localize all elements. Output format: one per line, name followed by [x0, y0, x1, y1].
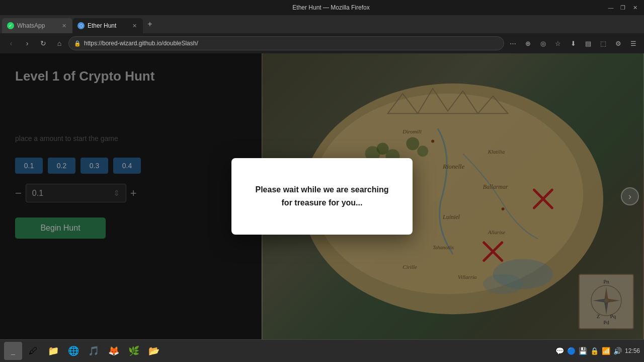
- whatsapp-tab-icon: ✓: [7, 22, 14, 29]
- page-content: Level 1 of Crypto Hunt place a amount to…: [0, 53, 644, 339]
- titlebar: Ether Hunt — Mozilla Firefox — ❐ ✕: [0, 0, 644, 15]
- loading-modal: Please wait while we are searching for t…: [231, 158, 413, 234]
- tab-whatsapp-close[interactable]: ✕: [60, 22, 67, 29]
- download-button[interactable]: ⬇: [567, 37, 580, 50]
- tab-whatsapp[interactable]: ✓ WhatsApp ✕: [2, 18, 72, 33]
- modal-line1: Please wait while we are searching: [255, 185, 388, 194]
- tabbar: ✓ WhatsApp ✕ ⬡ Ether Hunt ✕ +: [0, 15, 644, 33]
- tab-manager-button[interactable]: ⬚: [597, 37, 610, 50]
- minimize-button[interactable]: —: [607, 4, 615, 12]
- tab-ether-hunt[interactable]: ⬡ Ether Hunt ✕: [72, 18, 143, 33]
- taskbar-item-terminal[interactable]: _: [4, 342, 22, 360]
- taskbar-item-files[interactable]: 📁: [44, 342, 62, 360]
- storage-icon: 💾: [579, 347, 587, 355]
- address-bar[interactable]: 🔒 https://bored-wizard.github.io/doubleS…: [68, 36, 504, 50]
- skype-icon: 💬: [555, 347, 564, 355]
- wifi-icon: 📶: [602, 347, 610, 355]
- pocket-button[interactable]: ⊕: [521, 37, 534, 50]
- taskbar-item-music[interactable]: 🎵: [85, 342, 103, 360]
- new-tab-button[interactable]: +: [143, 17, 157, 31]
- volume-icon: 🔊: [613, 347, 622, 355]
- taskbar-item-ide[interactable]: 🖊: [24, 342, 42, 360]
- url-display: https://bored-wizard.github.io/doubleSla…: [84, 40, 499, 47]
- extensions-button[interactable]: ⋯: [506, 37, 519, 50]
- home-button[interactable]: ⌂: [52, 36, 66, 50]
- taskbar-item-mint[interactable]: 🌿: [125, 342, 143, 360]
- back-button[interactable]: ‹: [4, 36, 18, 50]
- bookmark-button[interactable]: ☆: [551, 37, 565, 50]
- tab-ether-hunt-label: Ether Hunt: [88, 22, 116, 29]
- modal-overlay: Please wait while we are searching for t…: [0, 53, 644, 339]
- navbar: ‹ › ↻ ⌂ 🔒 https://bored-wizard.github.io…: [0, 33, 644, 53]
- reload-button[interactable]: ↻: [36, 36, 50, 50]
- firefox-account-button[interactable]: ◎: [536, 37, 549, 50]
- maximize-button[interactable]: ❐: [619, 4, 627, 12]
- bluetooth-icon: 🔵: [567, 347, 576, 355]
- tab-whatsapp-label: WhatsApp: [17, 22, 45, 29]
- modal-message: Please wait while we are searching for t…: [252, 183, 392, 209]
- taskbar-item-folder[interactable]: 📂: [145, 342, 163, 360]
- sidebar-button[interactable]: ▤: [582, 37, 595, 50]
- forward-button[interactable]: ›: [20, 36, 34, 50]
- taskbar-right: 💬 🔵 💾 🔒 📶 🔊 12:56: [555, 347, 640, 355]
- menu-button[interactable]: ☰: [627, 37, 640, 50]
- tab-ether-hunt-close[interactable]: ✕: [131, 22, 138, 29]
- taskbar-item-browser[interactable]: 🌐: [64, 342, 83, 360]
- taskbar-item-firefox[interactable]: 🦊: [105, 342, 123, 360]
- close-window-button[interactable]: ✕: [631, 4, 639, 12]
- security-icon: 🔒: [74, 40, 81, 47]
- settings-button[interactable]: ⚙: [612, 37, 625, 50]
- ether-tab-icon: ⬡: [77, 22, 85, 29]
- modal-line2: for treasure for you...: [282, 198, 363, 207]
- titlebar-title: Ether Hunt — Mozilla Firefox: [55, 4, 607, 11]
- security-tray-icon: 🔒: [590, 347, 599, 355]
- system-time: 12:56: [625, 347, 640, 354]
- taskbar: _ 🖊 📁 🌐 🎵 🦊 🌿 📂 💬 🔵 💾 🔒 📶 🔊 12:56: [0, 339, 644, 362]
